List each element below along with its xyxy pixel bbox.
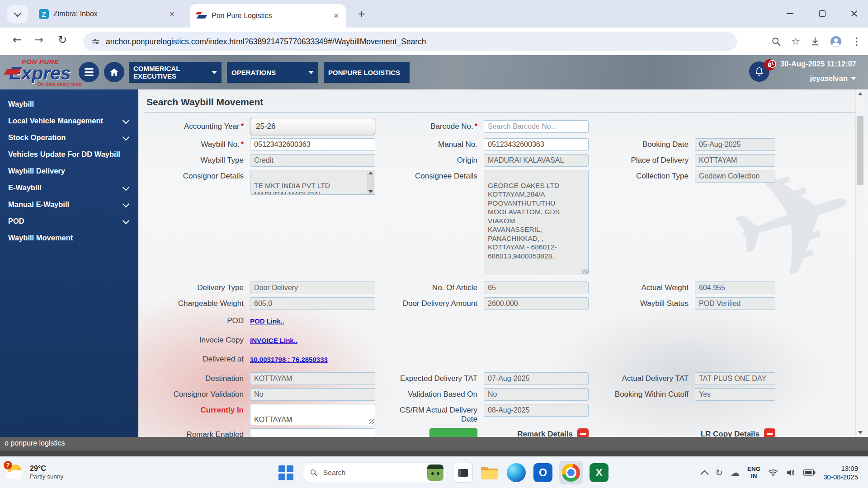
back-button[interactable]: ← (13, 33, 22, 46)
remark-details-doc-icon[interactable] (577, 428, 589, 437)
lr-copy-details-label: LR Copy Details (701, 430, 760, 437)
collection-type-input (695, 170, 775, 183)
cs-rm-actual-delivery-date-input (484, 404, 589, 417)
barcode-no-input[interactable] (484, 120, 589, 133)
taskbar-app-excel[interactable]: X (589, 462, 609, 483)
taskbar-search-box[interactable]: Search (302, 462, 447, 483)
language-indicator[interactable]: ENG IN (747, 465, 760, 480)
spinner-control[interactable] (367, 171, 374, 194)
delivered-at-coordinates-link[interactable]: 10.0031798 : 76.2850333 (250, 356, 328, 363)
field-label-actual-weight: Actual Weight (595, 283, 689, 292)
scroll-down-icon[interactable] (856, 428, 864, 437)
tab-zimbra[interactable]: Z Zimbra: Inbox × (33, 4, 182, 24)
tab-ponpure-active[interactable]: Pon Pure Logistics × (190, 4, 346, 28)
taskbar-app-edge[interactable] (506, 462, 527, 483)
manual-no-input[interactable] (484, 138, 589, 151)
chrome-icon (562, 464, 580, 482)
sidebar-item-e-waybill[interactable]: E-Waybill (0, 179, 138, 196)
remark-enabled-input[interactable] (250, 428, 375, 437)
wifi-icon[interactable] (768, 469, 778, 477)
home-button[interactable] (104, 62, 124, 82)
taskbar-clock[interactable]: 13:09 30-08-2025 (823, 464, 858, 481)
form-row: Accounting Year* 25-26 Barcode No.* (146, 118, 868, 135)
system-tray: ↻ ☁ ENG IN (702, 457, 858, 488)
new-tab-button[interactable]: + (358, 7, 365, 21)
resize-handle-icon[interactable] (582, 269, 588, 274)
tab-close-icon[interactable]: × (333, 11, 340, 21)
field-label-chargeable-weight: Chargeable Weight (146, 299, 244, 308)
field-label-cs-rm-actual-delivery-date: CS/RM Actual Delivery Date (382, 404, 477, 424)
profile-avatar-icon[interactable] (830, 36, 842, 47)
lr-copy-details-doc-icon[interactable] (764, 428, 775, 437)
sidebar-item-waybill[interactable]: Waybill (0, 96, 138, 113)
zimbra-favicon: Z (39, 9, 49, 19)
window-minimize-button[interactable] (779, 5, 800, 22)
action-button[interactable] (429, 428, 477, 437)
field-label-destination: Destination (146, 374, 244, 383)
pod-link[interactable]: POD Link.. (250, 317, 284, 325)
start-button[interactable] (275, 462, 296, 483)
window-close-button[interactable] (844, 5, 864, 22)
waybill-no-input[interactable] (250, 138, 375, 151)
spinner-down-icon (368, 190, 373, 193)
battery-icon[interactable] (803, 469, 816, 476)
page-scrollbar[interactable] (855, 89, 864, 437)
form-row-partial: Remark Enabled Remark Details LR Copy De… (146, 428, 868, 437)
chargeable-weight-input (250, 297, 375, 310)
bookmark-star-icon[interactable]: ☆ (791, 36, 800, 47)
remark-details-label: Remark Details (517, 430, 573, 437)
taskbar-time: 13:09 (841, 464, 858, 473)
site-settings-icon[interactable] (91, 37, 100, 46)
console-app-icon (453, 463, 473, 483)
form-row: POD POD Link.. (146, 315, 868, 326)
search-highlight-avatar (427, 465, 443, 481)
sidebar-item-manual-e-waybill[interactable]: Manual E-Waybill (0, 196, 138, 213)
sidebar-item-local-vehicle-management[interactable]: Local Vehicle Management (0, 113, 138, 129)
field-label-barcode-no: Barcode No.* (382, 122, 477, 131)
tab-close-icon[interactable]: × (169, 9, 175, 19)
window-maximize-button[interactable] (812, 5, 833, 22)
url-bar[interactable]: anchor.ponpurelogistics.com/index.html?6… (83, 32, 737, 51)
sidebar-item-pod[interactable]: POD (0, 213, 138, 230)
field-label-manual-no: Manual No. (382, 140, 477, 149)
weather-widget[interactable]: 7 29°C Partly sunny (5, 462, 63, 483)
tab-search-button[interactable] (7, 5, 28, 23)
hamburger-menu-button[interactable] (79, 62, 99, 82)
sidebar-nav: Waybill Local Vehicle Management Stock O… (0, 89, 138, 437)
user-menu[interactable]: jeyaselvan (810, 74, 856, 83)
invoice-link[interactable]: INVOICE Link.. (250, 337, 297, 344)
menu-operations[interactable]: OPERATIONS (227, 62, 318, 83)
remark-details-group: Remark Details (517, 428, 589, 437)
scrollbar-thumb[interactable] (857, 116, 863, 185)
origin-input (484, 154, 589, 167)
taskbar-app-chrome-active[interactable] (559, 461, 583, 484)
taskbar-app-console[interactable] (453, 462, 473, 483)
taskbar-app-outlook[interactable]: O (533, 462, 553, 483)
accounting-year-select[interactable]: 25-26 (250, 118, 375, 135)
chevron-down-icon (14, 9, 22, 17)
actual-delivery-tat-input (695, 372, 775, 385)
reload-button[interactable]: ↻ (58, 33, 67, 46)
menu-ponpure-logistics[interactable]: PONPURE LOGISTICS (324, 62, 410, 83)
volume-icon[interactable] (786, 469, 796, 477)
sync-icon[interactable]: ↻ (715, 467, 723, 478)
forward-button[interactable]: → (34, 33, 43, 46)
sidebar-item-vehicles-update-dd-waybill[interactable]: Vehicles Update For DD Waybill (0, 146, 138, 163)
currently-in-textarea[interactable]: KOTTAYAM (250, 404, 375, 425)
tray-chevron-up-icon[interactable] (701, 470, 709, 478)
zoom-icon[interactable] (771, 37, 781, 47)
onedrive-cloud-icon[interactable]: ☁ (731, 467, 740, 478)
browser-menu-kebab-icon[interactable]: ⋮ (852, 36, 862, 47)
scroll-up-icon[interactable] (856, 89, 864, 98)
resize-handle-icon[interactable] (369, 419, 374, 424)
download-icon[interactable] (810, 37, 820, 47)
sidebar-item-waybill-delivery[interactable]: Waybill Delivery (0, 163, 138, 179)
form-row: Waybill No.* Manual No. Booking Date (146, 138, 868, 151)
sidebar-item-stock-operation[interactable]: Stock Operation (0, 129, 138, 146)
outlook-icon: O (533, 463, 552, 482)
status-bar: o ponpure logistics (0, 437, 868, 456)
taskbar-app-file-explorer[interactable] (479, 462, 500, 483)
menu-commercial-executives[interactable]: COMMERICALEXECUTIVES (129, 62, 222, 83)
door-delivery-amount-input (484, 297, 589, 310)
sidebar-item-waybill-movement[interactable]: Waybill Movement (0, 230, 138, 246)
